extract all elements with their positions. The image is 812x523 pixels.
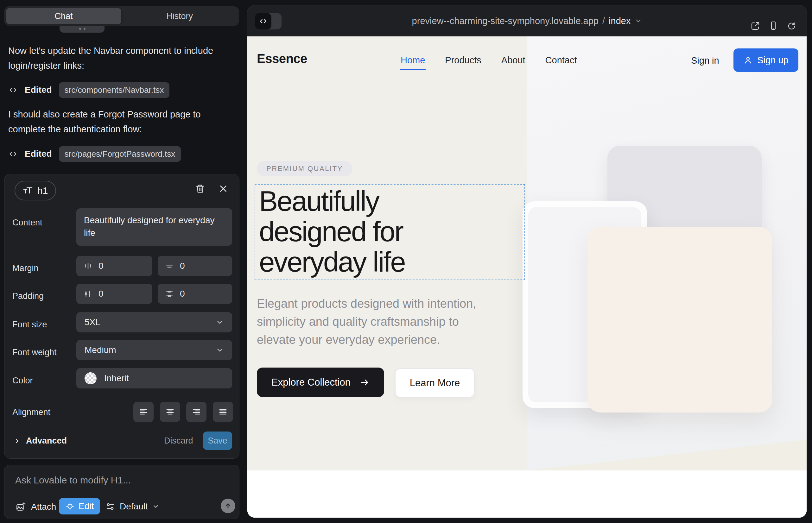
delete-element-button[interactable]	[194, 183, 206, 194]
alignment-label: Alignment	[12, 408, 50, 417]
padding-label: Padding	[12, 291, 44, 301]
padding-vertical-icon	[165, 289, 174, 299]
attach-image-icon	[15, 502, 26, 512]
element-inspector-panel: h1 Content Beautifully designed for ever…	[4, 174, 240, 459]
url-page: index	[609, 16, 631, 26]
align-right-icon	[191, 407, 201, 417]
tab-history[interactable]: History	[122, 8, 237, 24]
align-left-icon	[138, 407, 148, 417]
color-select[interactable]: Inherit	[76, 368, 232, 389]
code-view-icon[interactable]	[255, 13, 271, 30]
nav-link-products[interactable]: Products	[445, 55, 481, 66]
mode-label: Default	[120, 502, 148, 511]
padding-horizontal-icon	[83, 289, 93, 299]
margin-x-input[interactable]: 0	[76, 256, 152, 276]
site-canvas: Essence Home Products About Contact Sign…	[247, 36, 807, 518]
preview-url-button[interactable]: preview--charming-site-symphony.lovable.…	[412, 5, 642, 36]
chat-composer: Attach Edit Default	[4, 465, 240, 519]
align-right-button[interactable]	[186, 402, 207, 422]
hero-section: Essence Home Products About Contact Sign…	[247, 36, 807, 470]
composer-input[interactable]	[15, 474, 206, 486]
chat-message: I should also create a Forgot Password p…	[8, 107, 227, 137]
padding-x-input[interactable]: 0	[76, 284, 152, 304]
url-separator: /	[602, 16, 605, 26]
edited-file-row[interactable]: Edited src/components/Navbar.tsx	[8, 82, 170, 98]
mode-select[interactable]: Default	[105, 502, 159, 511]
nav-link-about[interactable]: About	[501, 55, 525, 66]
preview-window: preview--charming-site-symphony.lovable.…	[247, 5, 807, 518]
refresh-button[interactable]	[786, 21, 796, 31]
site-nav: Home Products About Contact	[401, 55, 577, 66]
user-icon	[743, 55, 753, 65]
file-chip[interactable]: src/components/Navbar.tsx	[59, 82, 170, 98]
nav-link-home[interactable]: Home	[401, 55, 425, 66]
url-domain: preview--charming-site-symphony.lovable.…	[412, 16, 599, 26]
sliders-icon	[105, 502, 115, 511]
open-external-button[interactable]	[750, 21, 760, 31]
sign-up-button[interactable]: Sign up	[734, 49, 798, 72]
hero-paragraph: Elegant products designed with intention…	[257, 295, 476, 349]
send-button[interactable]	[221, 499, 235, 513]
nav-link-contact[interactable]: Contact	[545, 55, 577, 66]
attach-button[interactable]: Attach	[15, 502, 56, 512]
explore-collection-label: Explore Collection	[271, 377, 351, 388]
crosshair-icon	[65, 502, 75, 511]
content-input[interactable]: Beautifully designed for everyday life	[76, 208, 232, 246]
edited-label: Edited	[25, 85, 52, 95]
scrolled-chip	[59, 26, 105, 33]
site-next-section	[247, 470, 807, 518]
chevron-down-icon	[216, 346, 224, 354]
chevron-down-icon	[152, 503, 159, 510]
font-weight-label: Font weight	[12, 348, 57, 357]
sign-in-link[interactable]: Sign in	[691, 55, 719, 66]
decor-card-beige	[587, 227, 772, 413]
edited-label: Edited	[25, 149, 52, 159]
code-preview-toggle[interactable]	[255, 13, 282, 30]
font-size-select[interactable]: 5XL	[76, 312, 232, 332]
arrow-right-icon	[359, 377, 370, 387]
premium-quality-badge: PREMIUM QUALITY	[257, 161, 352, 176]
sign-up-label: Sign up	[757, 55, 788, 66]
explore-collection-button[interactable]: Explore Collection	[257, 367, 384, 397]
code-icon	[8, 149, 18, 159]
discard-button[interactable]: Discard	[164, 436, 193, 446]
align-center-icon	[165, 407, 175, 417]
font-weight-select[interactable]: Medium	[76, 340, 232, 360]
edit-label: Edit	[78, 501, 94, 511]
color-label: Color	[12, 376, 33, 385]
margin-horizontal-icon	[83, 261, 93, 271]
typography-icon	[23, 186, 33, 195]
refresh-icon	[786, 21, 796, 31]
chat-history-tabbar: Chat History	[4, 6, 239, 26]
edit-mode-button[interactable]: Edit	[59, 498, 100, 515]
advanced-label: Advanced	[26, 436, 67, 446]
file-chip[interactable]: src/pages/ForgotPassword.tsx	[59, 146, 181, 162]
align-justify-button[interactable]	[213, 402, 233, 422]
element-tag-badge: h1	[15, 181, 56, 200]
align-left-button[interactable]	[133, 402, 154, 422]
element-tag-label: h1	[37, 185, 48, 196]
chevron-down-icon	[216, 318, 224, 326]
content-label: Content	[12, 218, 42, 228]
close-icon[interactable]	[218, 183, 229, 194]
margin-label: Margin	[12, 264, 39, 273]
chevron-right-icon	[13, 437, 21, 445]
margin-y-input[interactable]: 0	[158, 256, 232, 276]
padding-y-input[interactable]: 0	[158, 284, 232, 304]
external-link-icon	[750, 21, 760, 31]
chevron-down-icon	[634, 17, 642, 25]
smartphone-icon	[768, 21, 778, 31]
align-justify-icon	[218, 407, 228, 417]
save-button[interactable]: Save	[203, 432, 232, 450]
learn-more-button[interactable]: Learn More	[395, 368, 475, 398]
color-swatch	[85, 372, 96, 384]
align-center-button[interactable]	[160, 402, 180, 422]
site-logo[interactable]: Essence	[257, 52, 307, 66]
hero-heading: Beautifully designed for everyday life	[259, 186, 405, 277]
selected-h1-outline[interactable]: Beautifully designed for everyday life	[254, 184, 525, 280]
edited-file-row[interactable]: Edited src/pages/ForgotPassword.tsx	[8, 146, 181, 162]
mobile-view-button[interactable]	[768, 21, 778, 31]
advanced-toggle[interactable]: Advanced	[13, 436, 67, 446]
tab-chat-label[interactable]: Chat	[6, 8, 121, 24]
arrow-up-icon	[223, 501, 233, 511]
